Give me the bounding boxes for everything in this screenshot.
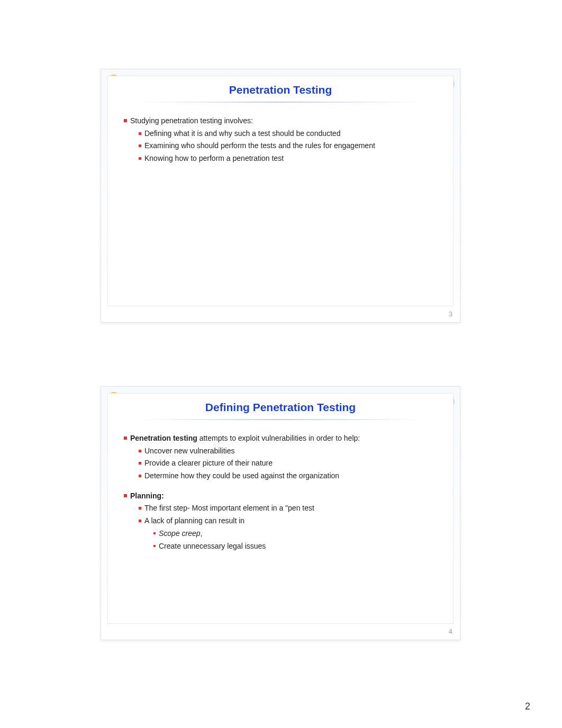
bullet-text: Provide a clearer picture of their natur…: [144, 458, 437, 469]
slide-title-bar: Penetration Testing: [108, 76, 453, 107]
bullet-square-icon: [139, 450, 141, 452]
bullet-text: The first step- Most important element i…: [144, 503, 437, 514]
bullet-square-icon: [153, 532, 156, 534]
slide-title: Penetration Testing: [108, 84, 453, 96]
bullet-text: Scope creep,: [159, 528, 437, 540]
intro-rest: attempts to exploit vulnerabilities in o…: [197, 434, 360, 442]
document-page: Penetration Testing Studying penetration…: [0, 0, 562, 728]
bullet-text: Penetration testing attempts to exploit …: [130, 433, 437, 444]
bullet-level-2: Examining who should perform the tests a…: [124, 140, 437, 152]
slide-title: Defining Penetration Testing: [108, 401, 453, 414]
bullet-level-2: Defining what it is and why such a test …: [124, 128, 437, 140]
bullet-square-icon: [139, 144, 141, 147]
bullet-square-icon: [139, 462, 141, 465]
bullet-square-icon: [153, 545, 156, 547]
bullet-square-icon: [139, 157, 141, 160]
title-underline: [140, 102, 421, 103]
bullet-level-3: Scope creep,: [124, 528, 437, 540]
bullet-square-icon: [139, 475, 141, 477]
bullet-level-2: Knowing how to perform a penetration tes…: [124, 153, 437, 165]
slide-title-bar: Defining Penetration Testing: [108, 394, 453, 424]
bullet-text: Knowing how to perform a penetration tes…: [144, 153, 437, 165]
slide-inner: Penetration Testing Studying penetration…: [107, 76, 454, 306]
bullet-square-icon: [124, 494, 127, 497]
title-underline: [140, 419, 421, 420]
slide-number: 3: [449, 310, 452, 318]
bullet-text: Defining what it is and why such a test …: [144, 128, 437, 140]
bullet-square-icon: [124, 119, 127, 122]
bullet-text: Uncover new vulnerabilities: [144, 445, 437, 457]
italic-text: Scope creep: [159, 529, 201, 538]
bullet-text: A lack of planning can result in: [144, 515, 437, 527]
bullet-text: Determine how they could be used against…: [144, 470, 437, 482]
page-number: 2: [525, 701, 530, 712]
bullet-level-3: Create unnecessary legal issues: [124, 541, 437, 552]
spacer: [124, 482, 437, 489]
slide-inner: Defining Penetration Testing Penetration…: [107, 393, 454, 624]
bullet-level-2: Uncover new vulnerabilities: [124, 445, 437, 457]
slide-number: 4: [449, 627, 452, 635]
bullet-level-1: Penetration testing attempts to exploit …: [124, 433, 437, 444]
bullet-text: Create unnecessary legal issues: [159, 541, 437, 552]
bullet-level-2: A lack of planning can result in: [124, 515, 437, 527]
slide-content: Penetration testing attempts to exploit …: [108, 424, 453, 557]
bold-text: Penetration testing: [130, 434, 197, 442]
bullet-square-icon: [139, 132, 141, 135]
slide-4: Defining Penetration Testing Penetration…: [101, 386, 460, 640]
bullet-level-2: Determine how they could be used against…: [124, 470, 437, 482]
bullet-square-icon: [139, 507, 141, 509]
bullet-text: Studying penetration testing involves:: [130, 115, 437, 127]
slide-content: Studying penetration testing involves: D…: [108, 107, 453, 170]
bullet-level-1: Planning:: [124, 490, 437, 502]
bullet-text: Planning:: [130, 490, 437, 502]
comma: ,: [201, 529, 203, 538]
slide-3: Penetration Testing Studying penetration…: [101, 69, 460, 323]
bullet-level-2: Provide a clearer picture of their natur…: [124, 458, 437, 469]
bullet-level-1: Studying penetration testing involves:: [124, 115, 437, 127]
bullet-text: Examining who should perform the tests a…: [144, 140, 437, 152]
bullet-square-icon: [139, 520, 141, 522]
bullet-level-2: The first step- Most important element i…: [124, 503, 437, 514]
bullet-square-icon: [124, 436, 127, 440]
